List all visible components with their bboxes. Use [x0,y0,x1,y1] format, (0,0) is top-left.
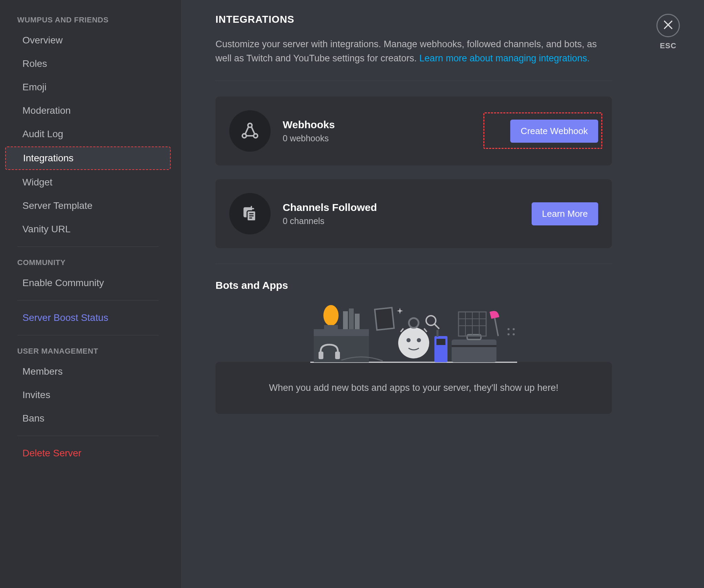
svg-point-13 [323,305,339,326]
svg-rect-14 [324,325,338,330]
bots-illustration [310,302,517,364]
sidebar-divider [17,246,159,247]
svg-rect-18 [375,308,394,330]
webhooks-card: Webhooks 0 webhooks Create Webhook [215,97,612,165]
close-icon [663,19,674,32]
svg-point-36 [426,316,436,325]
bots-apps-heading: Bots and Apps [215,280,680,291]
close-label: ESC [660,41,676,50]
webhooks-title: Webhooks [283,119,498,131]
sidebar-divider [17,300,159,301]
sidebar-item-server-template[interactable]: Server Template [5,195,171,217]
svg-point-22 [409,318,419,328]
webhook-icon [229,110,271,152]
svg-rect-24 [436,330,439,337]
sidebar-item-moderation[interactable]: Moderation [5,100,171,122]
page-title: INTEGRATIONS [215,14,680,25]
sidebar-item-enable-community[interactable]: Enable Community [5,272,171,294]
settings-sidebar: WUMPUS AND FRIENDS Overview Roles Emoji … [0,0,181,588]
svg-line-37 [434,324,439,329]
svg-rect-11 [314,329,369,336]
svg-rect-43 [335,352,340,359]
svg-rect-26 [452,339,496,362]
sidebar-item-roles[interactable]: Roles [5,53,171,75]
bots-empty-card: When you add new bots and apps to your s… [215,362,612,414]
sidebar-group-community: COMMUNITY [0,253,176,271]
sidebar-item-delete-server[interactable]: Delete Server [5,442,171,464]
svg-point-21 [417,338,421,342]
learn-more-link[interactable]: Learn more about managing integrations. [419,53,590,63]
bots-empty-text: When you add new bots and apps to your s… [269,383,559,393]
svg-point-19 [398,327,429,358]
svg-rect-15 [343,311,348,329]
sidebar-item-integrations[interactable]: Integrations [5,146,171,170]
sidebar-divider [17,436,159,436]
content-divider [215,264,612,264]
svg-rect-25 [436,339,445,345]
webhooks-subtitle: 0 webhooks [283,133,498,143]
channels-learn-more-button[interactable]: Learn More [532,202,598,225]
sidebar-group-user-management: USER MANAGEMENT [0,342,176,359]
sidebar-item-overview[interactable]: Overview [5,29,171,51]
channels-followed-card: Channels Followed 0 channels Learn More [215,179,612,248]
create-webhook-button[interactable]: Create Webhook [510,120,598,143]
page-description: Customize your server with integrations.… [215,37,612,65]
close-button[interactable] [656,14,680,37]
sidebar-divider [17,335,159,335]
sidebar-item-vanity-url[interactable]: Vanity URL [5,218,171,240]
svg-point-40 [507,333,510,335]
sidebar-item-members[interactable]: Members [5,361,171,383]
sidebar-group-server: WUMPUS AND FRIENDS [0,10,176,28]
sidebar-item-audit-log[interactable]: Audit Log [5,123,171,145]
sidebar-item-emoji[interactable]: Emoji [5,76,171,98]
svg-point-38 [507,328,510,330]
channels-followed-subtitle: 0 channels [283,216,520,226]
sidebar-item-bans[interactable]: Bans [5,407,171,429]
svg-rect-16 [349,308,354,329]
svg-point-41 [513,333,515,335]
settings-main: ESC INTEGRATIONS Customize your server w… [181,0,704,588]
sidebar-item-widget[interactable]: Widget [5,171,171,193]
sidebar-item-invites[interactable]: Invites [5,384,171,406]
channels-followed-icon [229,193,271,234]
close-group: ESC [656,14,680,50]
svg-point-20 [406,338,411,342]
svg-line-35 [495,318,498,336]
svg-rect-42 [319,352,323,359]
bots-apps-section: When you add new bots and apps to your s… [215,302,612,414]
channels-followed-title: Channels Followed [283,202,520,213]
svg-rect-17 [355,314,360,329]
svg-point-39 [513,328,515,330]
sidebar-item-server-boost[interactable]: Server Boost Status [5,307,171,329]
svg-rect-27 [452,345,496,347]
content-divider [215,81,612,81]
